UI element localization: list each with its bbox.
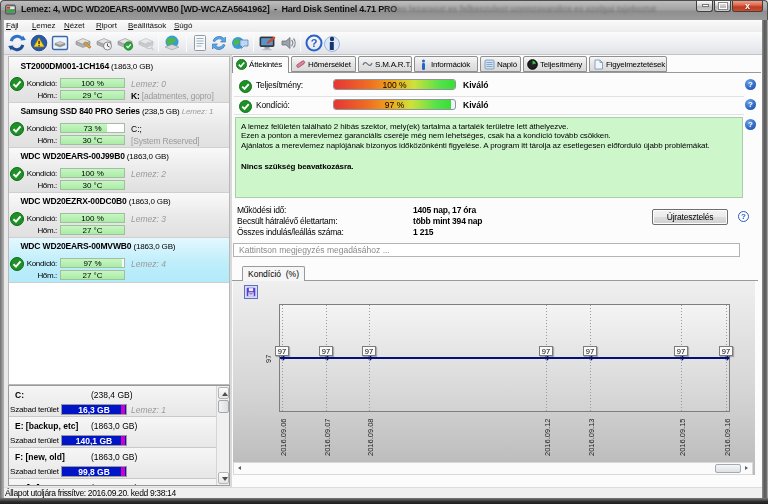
svg-text:?: ?	[311, 37, 318, 49]
